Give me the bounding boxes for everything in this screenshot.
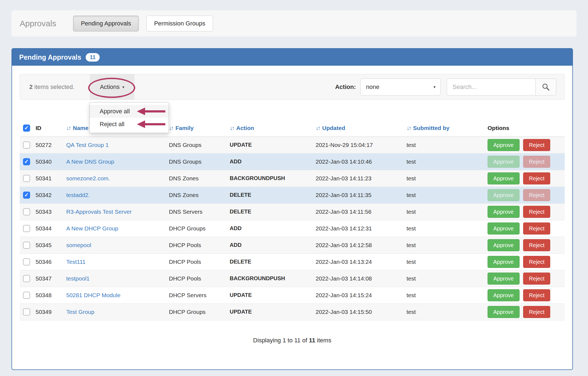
page-header: Approvals Pending Approvals Permission G… xyxy=(11,10,577,36)
cell-submitted-by: test xyxy=(407,203,488,220)
table-body: 50272 QA Test Group 1 DNS Groups UPDATE … xyxy=(20,137,565,320)
row-checkbox[interactable] xyxy=(23,308,30,316)
select-all-checkbox[interactable] xyxy=(23,125,30,132)
item-name-link[interactable]: A New DNS Group xyxy=(66,158,114,165)
cell-updated: 2022-Jan-03 14:11:56 xyxy=(316,203,407,220)
row-checkbox[interactable] xyxy=(23,258,30,265)
approve-button[interactable]: Approve xyxy=(488,222,520,235)
item-name-link[interactable]: testadd2. xyxy=(66,192,90,198)
item-name-link[interactable]: testpool1 xyxy=(66,275,90,282)
item-name-link[interactable]: Test Group xyxy=(66,309,94,315)
reject-button[interactable]: Reject xyxy=(523,273,550,285)
reject-button[interactable]: Reject xyxy=(523,156,550,168)
cell-action: ADD xyxy=(230,237,316,253)
item-name-link[interactable]: A New DHCP Group xyxy=(66,225,118,232)
column-header-updated[interactable]: ↓↑Updated xyxy=(316,120,407,137)
action-filter-select[interactable]: none ▾ xyxy=(360,79,441,96)
column-header-id: ID xyxy=(36,120,66,137)
item-name-link[interactable]: QA Test Group 1 xyxy=(66,142,109,148)
cell-updated: 2022-Jan-03 14:11:23 xyxy=(316,170,407,187)
tab-permission-groups[interactable]: Permission Groups xyxy=(146,16,213,31)
table-row: 50343 R3-Approvals Test Server DNS Serve… xyxy=(20,203,565,220)
tab-pending-approvals[interactable]: Pending Approvals xyxy=(73,16,139,31)
cell-id: 50346 xyxy=(36,253,66,270)
actions-dropdown-button[interactable]: Actions ▾ xyxy=(90,74,134,100)
cell-updated: 2022-Jan-03 14:15:24 xyxy=(316,287,407,303)
item-name-link[interactable]: somezone2.com. xyxy=(66,175,110,181)
reject-button[interactable]: Reject xyxy=(523,256,550,268)
reject-button[interactable]: Reject xyxy=(523,306,550,318)
sort-icon: ↓↑ xyxy=(66,125,70,131)
approve-button[interactable]: Approve xyxy=(488,289,520,301)
approve-button[interactable]: Approve xyxy=(488,256,520,268)
search-input[interactable] xyxy=(447,79,535,96)
search-group xyxy=(447,79,556,96)
table-row: 50340 A New DNS Group DNS Groups ADD 202… xyxy=(20,153,565,170)
row-checkbox[interactable] xyxy=(23,275,30,282)
reject-button[interactable]: Reject xyxy=(523,139,550,151)
approve-button[interactable]: Approve xyxy=(488,273,520,285)
table-row: 50272 QA Test Group 1 DNS Groups UPDATE … xyxy=(20,137,565,153)
column-header-action[interactable]: ↓↑Action xyxy=(230,120,316,137)
cell-family: DNS Groups xyxy=(169,137,230,153)
item-name-link[interactable]: 50281 DHCP Module xyxy=(66,292,120,298)
reject-button[interactable]: Reject xyxy=(523,206,550,218)
cell-id: 50344 xyxy=(36,220,66,237)
reject-button[interactable]: Reject xyxy=(523,239,550,251)
cell-id: 50341 xyxy=(36,170,66,187)
annotation-arrow-icon xyxy=(137,108,165,115)
select-caret-icon: ▾ xyxy=(433,85,436,89)
cell-family: DNS Zones xyxy=(169,187,230,203)
item-name-link[interactable]: R3-Approvals Test Server xyxy=(66,209,132,215)
cell-family: DNS Servers xyxy=(169,203,230,220)
row-checkbox[interactable] xyxy=(23,141,30,149)
row-checkbox[interactable] xyxy=(23,225,30,232)
row-checkbox[interactable] xyxy=(23,292,30,299)
item-name-link[interactable]: Test111 xyxy=(66,259,85,265)
approve-button[interactable]: Approve xyxy=(488,156,520,168)
cell-action: ADD xyxy=(230,153,316,170)
cell-action: BACKGROUNDPUSH xyxy=(230,270,316,287)
row-checkbox[interactable] xyxy=(23,242,30,249)
table-row: 50341 somezone2.com. DNS Zones BACKGROUN… xyxy=(20,170,565,187)
cell-id: 50349 xyxy=(36,303,66,320)
approve-button[interactable]: Approve xyxy=(488,239,520,251)
reject-button[interactable]: Reject xyxy=(523,289,550,301)
page-title: Approvals xyxy=(20,19,56,28)
row-checkbox[interactable] xyxy=(23,208,30,215)
table-row: 50345 somepool DHCP Pools ADD 2022-Jan-0… xyxy=(20,237,565,253)
cell-family: DHCP Groups xyxy=(169,220,230,237)
cell-action: DELETE xyxy=(230,187,316,203)
reject-button[interactable]: Reject xyxy=(523,172,550,184)
row-checkbox[interactable] xyxy=(23,175,30,182)
approve-button[interactable]: Approve xyxy=(488,206,520,218)
search-button[interactable] xyxy=(535,79,556,96)
row-checkbox[interactable] xyxy=(23,192,30,199)
approve-button[interactable]: Approve xyxy=(488,139,520,151)
reject-button[interactable]: Reject xyxy=(523,189,550,201)
table-row: 50347 testpool1 DHCP Pools BACKGROUNDPUS… xyxy=(20,270,565,287)
menu-item-approve-all[interactable]: Approve all xyxy=(90,105,169,118)
table-row: 50348 50281 DHCP Module DHCP Servers UPD… xyxy=(20,287,565,303)
table-row: 50344 A New DHCP Group DHCP Groups ADD 2… xyxy=(20,220,565,237)
caret-down-icon: ▾ xyxy=(122,85,124,89)
column-header-submitted-by[interactable]: ↓↑Submitted by xyxy=(407,120,488,137)
approve-button[interactable]: Approve xyxy=(488,172,520,184)
search-icon xyxy=(542,83,550,91)
row-checkbox[interactable] xyxy=(23,158,30,165)
item-name-link[interactable]: somepool xyxy=(66,242,91,248)
column-header-options: Options xyxy=(488,120,565,137)
cell-family: DHCP Servers xyxy=(169,287,230,303)
menu-item-reject-all[interactable]: Reject all xyxy=(90,118,169,131)
sort-icon: ↓↑ xyxy=(230,125,234,131)
selected-text: items selected. xyxy=(33,83,74,90)
sort-icon: ↓↑ xyxy=(407,125,411,131)
table-row: 50349 Test Group DHCP Groups UPDATE 2022… xyxy=(20,303,565,320)
pending-approvals-panel: Pending Approvals 11 2 items selected. A… xyxy=(11,48,573,370)
column-header-family[interactable]: ↓↑Family xyxy=(169,120,230,137)
cell-updated: 2022-Jan-03 14:11:35 xyxy=(316,187,407,203)
approve-button[interactable]: Approve xyxy=(488,189,520,201)
reject-button[interactable]: Reject xyxy=(523,222,550,235)
cell-id: 50342 xyxy=(36,187,66,203)
approve-button[interactable]: Approve xyxy=(488,306,520,318)
